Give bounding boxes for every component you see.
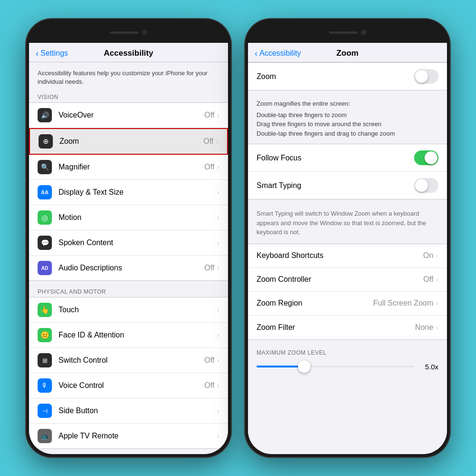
smart-typing-description: Smart Typing will switch to Window Zoom … [248,204,447,244]
zoom-region-item[interactable]: Zoom Region Full Screen Zoom › [248,292,447,316]
motion-icon: ◎ [38,210,52,225]
switch-control-item[interactable]: ⊞ Switch Control Off › [29,348,228,373]
display-text-label: Display & Text Size [59,188,217,197]
left-phone: ‹ Settings Accessibility Accessibility f… [26,19,231,457]
back-to-accessibility[interactable]: ‹ Accessibility [255,49,301,59]
keyboard-shortcuts-item[interactable]: Keyboard Shortcuts On › [248,244,447,268]
zoom-controller-value: Off [423,275,433,284]
follow-focus-toggle[interactable] [414,150,438,165]
right-nav-title: Zoom [337,49,358,58]
switch-control-label: Switch Control [59,356,204,365]
keyboard-shortcuts-label: Keyboard Shortcuts [257,251,423,260]
slider-value: 5.0x [419,363,438,371]
zoom-item[interactable]: ⊕ Zoom Off › [29,128,228,155]
slider-track[interactable] [257,366,415,367]
zoom-region-label: Zoom Region [257,299,373,307]
follow-focus-item[interactable]: Follow Focus [248,144,447,172]
motion-chevron: › [217,214,219,221]
magnifier-icon: 🔍 [38,160,52,174]
zoom-icon: ⊕ [39,134,53,149]
faceid-icon: 😐 [38,328,52,342]
slider-fill [257,366,304,367]
touch-item[interactable]: 👆 Touch › [29,298,228,323]
display-text-chevron: › [217,188,219,196]
follow-focus-label: Follow Focus [257,154,414,162]
zoom-nav-section: Keyboard Shortcuts On › Zoom Controller … [248,244,447,340]
smart-typing-knob [415,179,428,192]
side-button-icon: ⊣ [38,404,52,418]
focus-typing-section: Follow Focus Smart Typing [248,144,447,199]
apple-tv-chevron: › [217,432,219,440]
zoom-chevron: › [216,138,218,145]
side-button-item[interactable]: ⊣ Side Button › [29,398,228,424]
zoom-label: Zoom [60,137,203,146]
zoom-controller-label: Zoom Controller [257,275,423,284]
right-content: Zoom Zoom magnifies the entire screen: D… [248,62,447,450]
faceid-item[interactable]: 😐 Face ID & Attention › [29,323,228,348]
zoom-region-chevron: › [436,299,438,307]
voiceover-item[interactable]: 🔊 VoiceOver Off › [29,103,228,128]
zoom-toggle[interactable] [414,69,438,84]
zoom-desc-item-2: Drag three fingers to move around the sc… [257,119,438,129]
right-phone: ‹ Accessibility Zoom Zoom [245,19,450,457]
camera-left [142,30,147,35]
follow-focus-knob [425,151,437,164]
keyboard-shortcuts-chevron: › [436,252,438,259]
voice-control-label: Voice Control [59,381,204,390]
display-text-icon: AA [38,185,52,199]
spoken-content-label: Spoken Content [59,238,217,247]
voice-control-item[interactable]: 🎙 Voice Control Off › [29,373,228,398]
back-to-settings[interactable]: ‹ Settings [36,49,68,59]
notch-area-left [29,22,228,43]
voice-control-value: Off [204,381,214,390]
zoom-toggle-label: Zoom [257,72,414,81]
camera-right [361,30,366,35]
display-text-item[interactable]: AA Display & Text Size › [29,180,228,205]
zoom-toggle-knob [415,70,428,83]
motion-item[interactable]: ◎ Motion › [29,205,228,230]
voice-control-icon: 🎙 [38,378,52,393]
zoom-value: Off [203,137,213,146]
magnifier-value: Off [204,163,214,171]
smart-typing-item[interactable]: Smart Typing [248,172,447,199]
accessibility-description: Accessibility features help you customiz… [29,62,228,91]
speaker-right [329,31,357,34]
audio-desc-icon: AD [38,261,52,275]
back-chevron-left: ‹ [36,49,39,59]
spoken-content-item[interactable]: 💬 Spoken Content › [29,230,228,256]
zoom-desc-item-1: Double-tap three fingers to zoom [257,110,438,120]
audio-desc-item[interactable]: AD Audio Descriptions Off › [29,256,228,280]
touch-icon: 👆 [38,303,52,317]
vision-section-label: VISION [29,91,228,102]
zoom-region-value: Full Screen Zoom [373,299,433,307]
zoom-filter-item[interactable]: Zoom Filter None › [248,316,447,339]
apple-tv-label: Apple TV Remote [59,432,217,440]
motion-label: Motion [59,213,217,222]
left-content: Accessibility features help you customiz… [29,62,228,450]
smart-typing-label: Smart Typing [257,181,414,190]
speaker-left [110,31,139,34]
magnifier-item[interactable]: 🔍 Magnifier Off › [29,155,228,180]
voiceover-label: VoiceOver [59,111,204,119]
zoom-filter-label: Zoom Filter [257,323,415,332]
zoom-controller-item[interactable]: Zoom Controller Off › [248,268,447,292]
zoom-toggle-item[interactable]: Zoom [248,63,447,90]
left-nav-title: Accessibility [104,49,153,58]
back-label-right: Accessibility [259,49,301,58]
magnifier-chevron: › [217,163,219,171]
slider-container: 5.0x [257,363,438,371]
audio-desc-chevron: › [217,264,219,272]
switch-control-chevron: › [217,357,219,364]
vision-list-section: 🔊 VoiceOver Off › ⊕ Zoom Off › [29,102,228,281]
physical-section-label: PHYSICAL AND MOTOR [29,286,228,297]
slider-section: MAXIMUM ZOOM LEVEL 5.0x [248,345,447,380]
switch-control-value: Off [204,356,214,365]
zoom-filter-value: None [415,323,433,332]
smart-typing-toggle[interactable] [414,178,438,193]
apple-tv-item[interactable]: 📺 Apple TV Remote › [29,424,228,448]
slider-thumb[interactable] [298,360,310,373]
notch-left [93,25,164,40]
notch-area-right [248,22,447,43]
physical-list-section: 👆 Touch › 😐 Face ID & Attention › [29,297,228,449]
back-chevron-right: ‹ [255,49,258,59]
